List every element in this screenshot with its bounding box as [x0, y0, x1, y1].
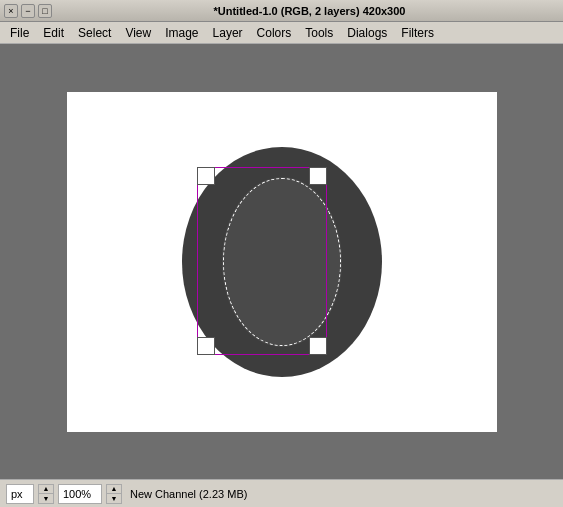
shape-container: [182, 147, 382, 377]
menu-view[interactable]: View: [119, 24, 157, 42]
menu-dialogs[interactable]: Dialogs: [341, 24, 393, 42]
canvas[interactable]: [67, 92, 497, 432]
status-bar: px ▲ ▼ 100% ▲ ▼ New Channel (2.23 MB): [0, 479, 563, 507]
menu-select[interactable]: Select: [72, 24, 117, 42]
zoom-spinner-down-button[interactable]: ▼: [107, 494, 121, 503]
menu-file[interactable]: File: [4, 24, 35, 42]
inner-oval: [222, 177, 342, 347]
maximize-button[interactable]: □: [38, 4, 52, 18]
spinner-up-button[interactable]: ▲: [39, 485, 53, 494]
unit-display: px: [6, 484, 34, 504]
unit-label: px: [11, 488, 23, 500]
menu-edit[interactable]: Edit: [37, 24, 70, 42]
window-title: *Untitled-1.0 (RGB, 2 layers) 420x300: [60, 5, 559, 17]
menu-image[interactable]: Image: [159, 24, 204, 42]
close-button[interactable]: ×: [4, 4, 18, 18]
zoom-display: 100%: [58, 484, 102, 504]
menu-layer[interactable]: Layer: [207, 24, 249, 42]
menu-bar: File Edit Select View Image Layer Colors…: [0, 22, 563, 44]
unit-spinner[interactable]: ▲ ▼: [38, 484, 54, 504]
spinner-down-button[interactable]: ▼: [39, 494, 53, 503]
zoom-label: 100%: [63, 488, 91, 500]
title-bar: × − □ *Untitled-1.0 (RGB, 2 layers) 420x…: [0, 0, 563, 22]
main-area: [0, 44, 563, 479]
zoom-spinner-up-button[interactable]: ▲: [107, 485, 121, 494]
zoom-spinner[interactable]: ▲ ▼: [106, 484, 122, 504]
minimize-button[interactable]: −: [21, 4, 35, 18]
window-controls[interactable]: × − □: [4, 4, 52, 18]
menu-colors[interactable]: Colors: [251, 24, 298, 42]
menu-tools[interactable]: Tools: [299, 24, 339, 42]
menu-filters[interactable]: Filters: [395, 24, 440, 42]
status-text: New Channel (2.23 MB): [130, 488, 247, 500]
